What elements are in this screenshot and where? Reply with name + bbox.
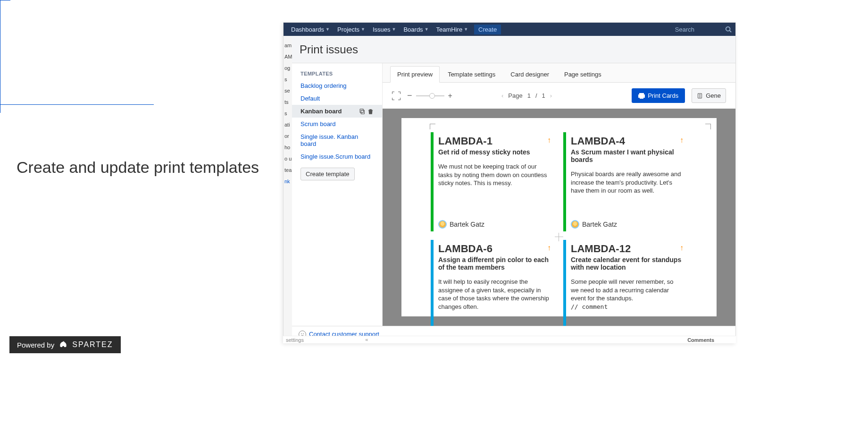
card-description: We must not be keeping track of our task… (438, 162, 550, 187)
brand-name: SPARTEZ (72, 340, 113, 349)
chevron-down-icon: ▼ (464, 27, 468, 32)
card-description: It will help to easily recognise the ass… (438, 278, 550, 311)
page-current: 1 (527, 92, 531, 99)
print-issues-modal: Print issues TEMPLATES Backlog ordering … (292, 36, 735, 338)
priority-up-icon: ↑ (680, 136, 684, 144)
generate-button[interactable]: Gene (692, 88, 726, 103)
collapse-icon[interactable]: « (365, 337, 368, 343)
settings-label: settings (286, 337, 304, 343)
sidebar-heading: TEMPLATES (292, 68, 382, 79)
tab-print-preview[interactable]: Print preview (390, 66, 440, 83)
document-icon (697, 93, 703, 99)
tab-page-settings[interactable]: Page settings (557, 66, 609, 83)
template-item[interactable]: Default (292, 92, 382, 105)
card-assignee: Bartek Gatz (438, 220, 550, 229)
priority-up-icon: ↑ (547, 136, 551, 144)
card-summary: Create calendar event for standups with … (571, 256, 683, 271)
print-card: ↑ LAMBDA-4 As Scrum master I want physic… (563, 132, 687, 231)
background-page-sliver: amAMogssetssatiorhoo uteank (284, 36, 293, 338)
svg-point-9 (303, 333, 304, 334)
svg-line-1 (730, 31, 732, 33)
trash-icon[interactable] (367, 108, 374, 115)
print-page: ↑ LAMBDA-1 Get rid of messy sticky notes… (401, 118, 717, 316)
connector-line (0, 104, 154, 105)
card-key: LAMBDA-12 (571, 243, 683, 255)
zoom-out-button[interactable]: − (407, 91, 412, 101)
chevron-down-icon: ▼ (326, 27, 330, 32)
preview-viewport[interactable]: ↑ LAMBDA-1 Get rid of messy sticky notes… (383, 109, 735, 326)
page-navigator: ‹ Page 1 / 1 › (501, 92, 552, 99)
preview-content: Print preview Template settings Card des… (383, 63, 735, 326)
priority-up-icon: ↑ (547, 244, 551, 252)
nav-projects[interactable]: Projects▼ (334, 23, 369, 36)
powered-by-text: Powered by (17, 341, 54, 349)
page-prev-button[interactable]: ‹ (501, 92, 503, 99)
top-nav: Dashboards▼ Projects▼ Issues▼ Boards▼ Te… (284, 23, 735, 36)
svg-rect-2 (361, 110, 364, 114)
zoom-in-button[interactable]: + (448, 92, 452, 100)
card-summary: Assign a different pin color to each of … (438, 256, 550, 271)
annotation-text: Create and update print templates (17, 158, 259, 177)
chevron-down-icon: ▼ (361, 27, 365, 32)
search-icon[interactable] (725, 26, 732, 33)
printer-icon (638, 93, 645, 99)
comments-label: Comments (687, 337, 714, 343)
nav-create-button[interactable]: Create (474, 25, 501, 34)
search-placeholder[interactable]: Search (675, 26, 694, 33)
slider-thumb[interactable] (429, 93, 435, 99)
spartez-logo-icon (58, 340, 68, 349)
preview-toolbar: − + ‹ Page 1 / 1 › Print Cards (383, 83, 735, 109)
modal-header: Print issues (292, 36, 735, 63)
cut-mark-icon (555, 233, 563, 241)
fullscreen-icon[interactable] (392, 92, 401, 100)
page-next-button[interactable]: › (550, 92, 552, 99)
print-card: ↑ LAMBDA-6 Assign a different pin color … (431, 240, 555, 326)
template-item[interactable]: Scrum board (292, 118, 382, 130)
nav-boards[interactable]: Boards▼ (400, 23, 432, 36)
nav-teamhire[interactable]: TeamHire▼ (433, 23, 472, 36)
connector-line (0, 0, 10, 0)
template-item[interactable]: Single issue. Kanban board (292, 130, 382, 150)
priority-up-icon: ↑ (680, 244, 684, 252)
avatar-icon (571, 220, 579, 229)
chevron-down-icon: ▼ (392, 27, 396, 32)
card-key: LAMBDA-1 (438, 135, 550, 147)
print-cards-button[interactable]: Print Cards (632, 88, 685, 103)
connector-line (0, 105, 0, 113)
background-footer-row: settings « Comments (283, 336, 736, 343)
chevron-down-icon: ▼ (425, 27, 429, 32)
card-key: LAMBDA-4 (571, 135, 683, 147)
zoom-slider[interactable] (416, 95, 444, 96)
card-key: LAMBDA-6 (438, 243, 550, 255)
tab-template-settings[interactable]: Template settings (441, 66, 502, 83)
svg-rect-3 (360, 109, 363, 112)
template-item[interactable]: Backlog ordering (292, 79, 382, 92)
print-card: ↑ LAMBDA-1 Get rid of messy sticky notes… (431, 132, 555, 231)
template-item-active[interactable]: Kanban board (292, 105, 382, 118)
powered-by-badge: Powered by SPARTEZ (9, 336, 121, 353)
tab-card-designer[interactable]: Card designer (503, 66, 556, 83)
card-description: Physical boards are really awesome and i… (571, 170, 683, 195)
card-summary: Get rid of messy sticky notes (438, 148, 550, 156)
modal-title: Print issues (300, 43, 358, 56)
create-template-button[interactable]: Create template (300, 168, 355, 180)
connector-line (0, 0, 0, 104)
copy-icon[interactable] (359, 108, 366, 115)
card-assignee: Bartek Gatz (571, 220, 683, 229)
card-description: Some people will never remember, so we n… (571, 278, 683, 311)
avatar-icon (438, 220, 447, 229)
tab-strip: Print preview Template settings Card des… (383, 63, 735, 83)
svg-point-8 (301, 333, 302, 334)
nav-issues[interactable]: Issues▼ (369, 23, 400, 36)
templates-sidebar: TEMPLATES Backlog ordering Default Kanba… (292, 63, 383, 326)
svg-point-0 (726, 27, 730, 31)
nav-dashboards[interactable]: Dashboards▼ (287, 23, 334, 36)
app-window: Dashboards▼ Projects▼ Issues▼ Boards▼ Te… (283, 22, 736, 343)
page-total: 1 (542, 92, 545, 99)
page-label: Page (508, 92, 522, 99)
print-card: ↑ LAMBDA-12 Create calendar event for st… (563, 240, 687, 326)
page-sep: / (535, 92, 537, 99)
card-summary: As Scrum master I want physical boards (571, 148, 683, 163)
template-item[interactable]: Single issue.Scrum board (292, 150, 382, 163)
